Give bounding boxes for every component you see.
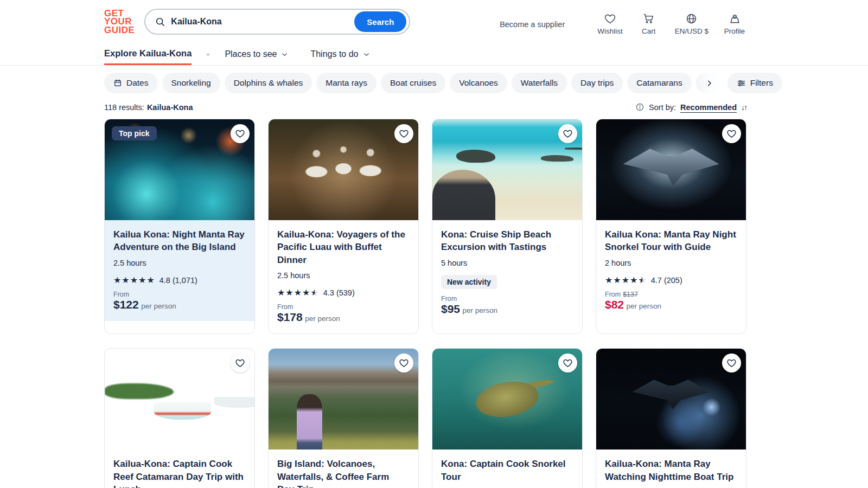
star-rating-icons: ★★★★★★ xyxy=(605,276,647,285)
chip-dolphins-whales[interactable]: Dolphins & whales xyxy=(225,73,312,93)
activity-card-body: Kailua Kona: Night Manta Ray Adventure o… xyxy=(105,220,254,321)
activity-title[interactable]: Kona: Captain Cook Snorkel Tour xyxy=(441,458,573,483)
chip-snorkeling[interactable]: Snorkeling xyxy=(162,73,220,93)
price-block: From $122 per person xyxy=(113,291,246,311)
wishlist-heart-button[interactable] xyxy=(394,354,413,373)
chip-manta-rays[interactable]: Manta rays xyxy=(316,73,376,93)
activity-card-body: Kailua-Kona: Captain Cook Reef Catamaran… xyxy=(105,450,254,488)
tab-things-to-do[interactable]: Things to do xyxy=(310,43,370,65)
sort-control: Sort by: Recommended ↓↑ xyxy=(635,102,746,112)
activity-card[interactable]: Kailua-Kona: Manta Ray Watching Nighttim… xyxy=(596,348,746,488)
profile-label: Profile xyxy=(724,27,745,35)
sliders-icon xyxy=(737,79,746,88)
search-bar[interactable]: Search xyxy=(144,9,410,35)
profile-button[interactable]: Profile xyxy=(723,12,746,35)
things-to-do-label: Things to do xyxy=(310,49,358,59)
heart-icon xyxy=(399,129,409,139)
activity-card[interactable]: Kona: Captain Cook Snorkel Tour 3.5 hour… xyxy=(432,348,583,488)
chip-label: Catamarans xyxy=(636,78,682,88)
sort-value-dropdown[interactable]: Recommended xyxy=(680,103,737,112)
heart-icon xyxy=(235,129,245,139)
locale-label: EN/USD $ xyxy=(675,27,709,35)
results-count: 118 results: xyxy=(104,103,144,112)
price-value: $178 xyxy=(277,311,303,323)
price-from-label: From xyxy=(277,303,293,311)
activity-rating: ★★★★★★ 4.7 (205) xyxy=(605,276,737,285)
activity-title[interactable]: Kailua-Kona: Manta Ray Watching Nighttim… xyxy=(605,458,737,483)
activity-rating: ★★★★★ 4.8 (1,071) xyxy=(113,276,246,285)
chip-label: Snorkeling xyxy=(171,78,211,88)
activity-title[interactable]: Kailua-Kona: Voyagers of the Pacific Lua… xyxy=(277,228,410,266)
price-block: From $178 per person xyxy=(277,303,410,324)
wishlist-heart-button[interactable] xyxy=(231,354,250,373)
activity-card[interactable]: Top pick Kailua Kona: Night Manta Ray Ad… xyxy=(104,119,255,334)
chip-label: Boat cruises xyxy=(390,78,436,88)
chip-label: Waterfalls xyxy=(521,78,558,88)
chevron-right-icon xyxy=(705,79,714,88)
star-rating-icons: ★★★★★★ xyxy=(277,288,319,297)
wishlist-heart-button[interactable] xyxy=(722,124,741,143)
wishlist-heart-button[interactable] xyxy=(558,354,577,373)
chip-label: Manta rays xyxy=(326,78,367,88)
wishlist-heart-button[interactable] xyxy=(722,354,741,373)
price-value: $122 xyxy=(113,298,139,311)
activity-photo: Top pick xyxy=(105,119,254,220)
heart-icon xyxy=(726,358,737,368)
chip-volcanoes[interactable]: Volcanoes xyxy=(450,73,507,93)
activity-card[interactable]: Kailua-Kona: Voyagers of the Pacific Lua… xyxy=(268,119,419,334)
wishlist-heart-button[interactable] xyxy=(231,124,250,143)
activity-card[interactable]: Big Island: Volcanoes, Waterfalls, & Cof… xyxy=(268,348,419,488)
getyourguide-logo[interactable]: GET YOUR GUIDE xyxy=(104,9,135,35)
tab-places-to-see[interactable]: Places to see xyxy=(225,43,289,65)
activity-title[interactable]: Big Island: Volcanoes, Waterfalls, & Cof… xyxy=(277,458,410,488)
wishlist-heart-button[interactable] xyxy=(558,124,577,143)
filters-button[interactable]: Filters xyxy=(727,73,782,93)
results-query: Kailua-Kona xyxy=(147,103,193,112)
chip-dates[interactable]: Dates xyxy=(104,73,158,93)
filters-label: Filters xyxy=(750,78,773,88)
become-supplier-link[interactable]: Become a supplier xyxy=(500,20,565,29)
wishlist-button[interactable]: Wishlist xyxy=(597,12,623,35)
activity-title[interactable]: Kailua Kona: Manta Ray Night Snorkel Tou… xyxy=(605,228,737,254)
price-from-label: From xyxy=(605,291,621,298)
activity-title[interactable]: Kailua Kona: Night Manta Ray Adventure o… xyxy=(113,228,246,254)
tab-explore[interactable]: Explore Kailua-Kona xyxy=(104,43,192,65)
activity-title[interactable]: Kailua-Kona: Captain Cook Reef Catamaran… xyxy=(113,458,246,488)
heart-icon xyxy=(563,129,573,139)
chip-catamarans[interactable]: Catamarans xyxy=(627,73,691,93)
activity-photo xyxy=(596,119,746,220)
search-input[interactable] xyxy=(171,17,354,27)
activity-card[interactable]: Kona: Cruise Ship Beach Excursion with T… xyxy=(432,119,583,334)
activity-card[interactable]: Kailua-Kona: Captain Cook Reef Catamaran… xyxy=(104,348,255,488)
price-from-label: From xyxy=(113,291,129,298)
activity-card-body: Kona: Cruise Ship Beach Excursion with T… xyxy=(432,220,582,325)
sort-arrows-icon: ↓↑ xyxy=(741,103,746,112)
activity-card-body: Kailua-Kona: Manta Ray Watching Nighttim… xyxy=(596,450,746,488)
results-grid: Top pick Kailua Kona: Night Manta Ray Ad… xyxy=(104,119,746,488)
chip-boat-cruises[interactable]: Boat cruises xyxy=(381,73,445,93)
price-value: $95 xyxy=(441,303,460,315)
activity-rating: ★★★★★★ 4.3 (539) xyxy=(277,288,410,297)
activity-card[interactable]: Kailua Kona: Manta Ray Night Snorkel Tou… xyxy=(596,119,746,334)
activity-duration: 2.5 hours xyxy=(277,271,410,280)
heart-icon xyxy=(235,358,245,368)
chips-scroll-right-button[interactable] xyxy=(696,73,723,93)
rating-value: 4.3 (539) xyxy=(323,288,355,297)
chip-label: Dates xyxy=(126,78,149,88)
sort-by-label: Sort by: xyxy=(649,103,676,112)
new-activity-badge: New activity xyxy=(441,275,497,289)
activity-title[interactable]: Kona: Cruise Ship Beach Excursion with T… xyxy=(441,228,573,254)
price-unit: per person xyxy=(141,302,176,310)
chip-day-trips[interactable]: Day trips xyxy=(571,73,623,93)
places-to-see-label: Places to see xyxy=(225,49,277,59)
activity-photo xyxy=(432,119,582,220)
heart-icon xyxy=(563,358,573,368)
wishlist-heart-button[interactable] xyxy=(394,124,413,143)
results-bar: 118 results: Kailua-Kona Sort by: Recomm… xyxy=(104,102,746,112)
cart-button[interactable]: Cart xyxy=(637,12,661,35)
price-unit: per person xyxy=(305,314,340,323)
locale-currency-button[interactable]: EN/USD $ xyxy=(675,12,709,35)
info-icon[interactable] xyxy=(635,102,644,112)
search-button[interactable]: Search xyxy=(354,11,406,32)
chip-waterfalls[interactable]: Waterfalls xyxy=(512,73,567,93)
